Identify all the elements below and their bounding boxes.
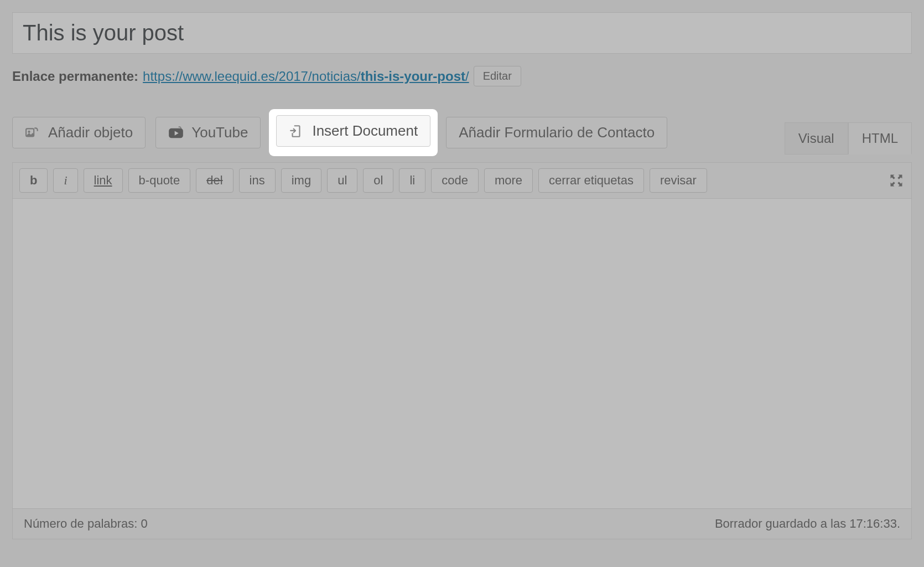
qt-ol-button[interactable]: ol	[363, 168, 393, 193]
qt-li-button[interactable]: li	[399, 168, 425, 193]
media-icon	[25, 126, 40, 140]
qt-ins-button[interactable]: ins	[239, 168, 276, 193]
qt-more-button[interactable]: more	[484, 168, 533, 193]
insert-document-highlight: Insert Document	[271, 111, 436, 154]
permalink-trail: /	[465, 69, 469, 84]
contact-form-label: Añadir Formulario de Contacto	[459, 124, 655, 141]
qt-revisar-button[interactable]: revisar	[650, 168, 707, 193]
qt-img-button[interactable]: img	[281, 168, 321, 193]
media-buttons-row: Añadir objeto YouTube Insert Document Añ…	[12, 111, 912, 154]
qt-bquote-button[interactable]: b-quote	[128, 168, 191, 193]
add-media-button[interactable]: Añadir objeto	[12, 117, 146, 148]
insert-document-label: Insert Document	[312, 122, 418, 140]
youtube-button[interactable]: YouTube	[155, 117, 261, 148]
status-bar: Número de palabras: 0 Borrador guardado …	[12, 509, 912, 539]
editor-tabs: Visual HTML	[785, 122, 912, 154]
qt-italic-button[interactable]: i	[53, 168, 77, 193]
edit-permalink-button[interactable]: Editar	[474, 66, 521, 86]
word-count: Número de palabras: 0	[24, 517, 148, 531]
permalink-url[interactable]: https://www.leequid.es/2017/noticias/thi…	[143, 69, 469, 84]
youtube-label: YouTube	[191, 124, 248, 141]
qt-code-button[interactable]: code	[431, 168, 479, 193]
tab-html[interactable]: HTML	[848, 122, 912, 154]
tab-visual[interactable]: Visual	[785, 122, 848, 154]
permalink-row: Enlace permanente: https://www.leequid.e…	[12, 66, 912, 86]
permalink-base: https://www.leequid.es/2017/noticias/	[143, 69, 361, 84]
svg-point-1	[28, 130, 30, 132]
qt-ul-button[interactable]: ul	[327, 168, 357, 193]
qt-link-button[interactable]: link	[84, 168, 123, 193]
contact-form-button[interactable]: Añadir Formulario de Contacto	[446, 117, 667, 148]
editor-body	[12, 199, 912, 509]
document-icon	[289, 124, 304, 138]
content-textarea[interactable]	[13, 199, 911, 508]
qt-bold-button[interactable]: b	[19, 168, 48, 193]
qt-close-tags-button[interactable]: cerrar etiquetas	[538, 168, 644, 193]
permalink-slug: this-is-your-post	[361, 69, 465, 84]
fullscreen-icon[interactable]	[888, 172, 905, 189]
permalink-label: Enlace permanente:	[12, 69, 138, 84]
autosave-status: Borrador guardado a las 17:16:33.	[715, 517, 900, 531]
youtube-icon	[168, 126, 184, 140]
post-title-input[interactable]	[12, 12, 912, 54]
qt-del-button[interactable]: del	[196, 168, 233, 193]
add-media-label: Añadir objeto	[48, 124, 133, 141]
insert-document-button[interactable]: Insert Document	[276, 115, 430, 147]
quicktags-toolbar: b i link b-quote del ins img ul ol li co…	[12, 162, 912, 199]
